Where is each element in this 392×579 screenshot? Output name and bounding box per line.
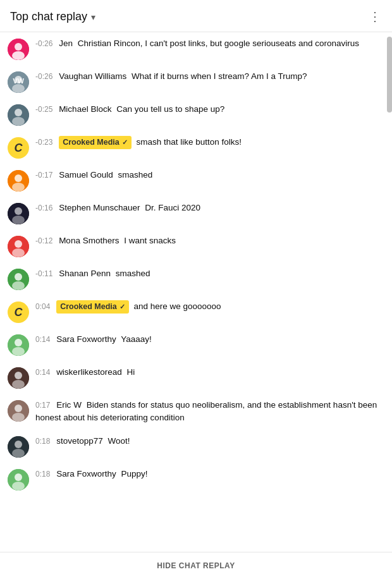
timestamp: -0:26	[35, 39, 52, 48]
avatar	[8, 436, 29, 458]
svg-point-27	[12, 380, 25, 389]
chat-content: 0:14 Sara Foxworthy Yaaaay!	[35, 333, 382, 346]
svg-point-21	[12, 281, 25, 290]
timestamp: 0:18	[35, 437, 50, 446]
svg-point-18	[12, 248, 25, 257]
chat-content: -0:11 Shanan Penn smashed	[35, 267, 382, 280]
svg-point-15	[12, 216, 25, 224]
list-item: 0:18 Sara Foxworthy Puppy!	[0, 463, 392, 496]
timestamp: -0:11	[35, 269, 52, 278]
message-text: Can you tell us to shape up?	[116, 104, 224, 114]
avatar: VW	[8, 71, 29, 93]
timestamp: -0:25	[35, 105, 52, 114]
message-text: Puppy!	[121, 469, 147, 478]
list-item: C -0:23 Crooked Media ✓ smash that like …	[0, 131, 392, 164]
avatar	[8, 400, 29, 422]
chat-content: -0:26 Vaughan Williams What if it burns …	[35, 70, 382, 83]
username: Eric W	[56, 400, 82, 410]
list-item: -0:16 Stephen Munschauer Dr. Fauci 2020	[0, 197, 392, 229]
message-text: smashed	[118, 170, 152, 180]
svg-point-9	[12, 117, 25, 126]
svg-point-35	[15, 473, 22, 481]
chat-list: -0:26 Jen Christian Rincon, I can't post…	[0, 32, 392, 496]
scrollbar-thumb[interactable]	[387, 37, 392, 113]
svg-point-20	[15, 273, 22, 281]
checkmark-icon: ✓	[119, 302, 125, 312]
checkmark-icon: ✓	[122, 137, 128, 148]
message-text: smash that like button folks!	[137, 137, 242, 147]
timestamp: 0:04	[35, 302, 50, 311]
timestamp: -0:17	[35, 171, 52, 180]
svg-point-5	[12, 84, 25, 93]
svg-point-14	[15, 207, 22, 215]
svg-point-30	[12, 413, 25, 422]
chat-content: -0:26 Jen Christian Rincon, I can't post…	[35, 37, 382, 50]
hide-chat-label: HIDE CHAT REPLAY	[157, 561, 235, 570]
message-text: smashed	[116, 269, 150, 278]
svg-point-33	[12, 449, 25, 458]
svg-point-24	[12, 347, 25, 356]
chat-content: 0:18 Sara Foxworthy Puppy!	[35, 468, 382, 480]
message-text: Biden stands for status quo neoliberalis…	[35, 400, 377, 422]
chat-header: Top chat replay ▾ ⋮	[0, 0, 392, 32]
username: Stephen Munschauer	[59, 203, 140, 212]
channel-name: Crooked Media	[60, 301, 117, 313]
avatar	[8, 367, 29, 389]
list-item: 0:18 stovetopp77 Woot!	[0, 430, 392, 463]
message-text: Hi	[126, 367, 135, 377]
message-text: I want snacks	[124, 236, 176, 245]
chat-content: -0:12 Mona Smothers I want snacks	[35, 235, 382, 247]
svg-point-29	[15, 405, 22, 412]
message-text: Woot!	[107, 436, 130, 446]
channel-avatar: C	[8, 137, 29, 159]
chat-content: 0:18 stovetopp77 Woot!	[35, 435, 382, 448]
avatar	[8, 104, 29, 126]
timestamp: -0:16	[35, 204, 52, 212]
svg-point-12	[12, 183, 25, 192]
svg-point-36	[12, 482, 25, 491]
message-text: What if it burns when I stream? Am I a T…	[132, 71, 307, 81]
avatar	[8, 39, 29, 60]
svg-point-32	[15, 441, 22, 448]
message-text: Dr. Fauci 2020	[145, 203, 200, 212]
username: Sara Foxworthy	[56, 469, 116, 478]
list-item: -0:11 Shanan Penn smashed	[0, 262, 392, 295]
username: Samuel Gould	[59, 170, 113, 180]
hide-chat-bar[interactable]: HIDE CHAT REPLAY	[0, 552, 392, 579]
svg-point-11	[15, 174, 22, 182]
chat-content: -0:17 Samuel Gould smashed	[35, 169, 382, 181]
channel-name: Crooked Media	[63, 137, 119, 149]
username: wiskerlikestoread	[56, 367, 122, 377]
timestamp: -0:23	[35, 138, 52, 147]
avatar	[8, 334, 29, 356]
chat-content: -0:16 Stephen Munschauer Dr. Fauci 2020	[35, 202, 382, 214]
header-left: Top chat replay ▾	[10, 10, 95, 23]
channel-badge: Crooked Media ✓	[56, 300, 129, 314]
timestamp: 0:17	[35, 401, 50, 410]
more-options-icon[interactable]: ⋮	[369, 9, 382, 24]
svg-text:VW: VW	[13, 77, 24, 85]
avatar	[8, 170, 29, 192]
avatar	[8, 236, 29, 257]
username: Shanan Penn	[59, 269, 111, 278]
svg-point-23	[15, 339, 22, 346]
timestamp: 0:14	[35, 368, 50, 377]
svg-point-1	[15, 43, 22, 51]
chevron-down-icon[interactable]: ▾	[91, 12, 95, 22]
channel-badge: Crooked Media ✓	[59, 136, 132, 149]
list-item: 0:17 Eric W Biden stands for status quo …	[0, 394, 392, 430]
svg-point-2	[12, 51, 25, 60]
list-item: 0:14 wiskerlikestoread Hi	[0, 361, 392, 394]
avatar	[8, 269, 29, 290]
chat-content: -0:23 Crooked Media ✓ smash that like bu…	[35, 136, 382, 149]
list-item: -0:17 Samuel Gould smashed	[0, 164, 392, 197]
chat-content: 0:17 Eric W Biden stands for status quo …	[35, 399, 382, 425]
timestamp: -0:12	[35, 236, 52, 245]
svg-point-26	[15, 372, 22, 379]
avatar	[8, 469, 29, 491]
username: Michael Block	[59, 104, 111, 114]
list-item: -0:26 Jen Christian Rincon, I can't post…	[0, 32, 392, 65]
message-text: Christian Rincon, I can't post links, bu…	[78, 39, 359, 48]
username: Jen	[59, 39, 73, 48]
timestamp: 0:14	[35, 335, 50, 344]
